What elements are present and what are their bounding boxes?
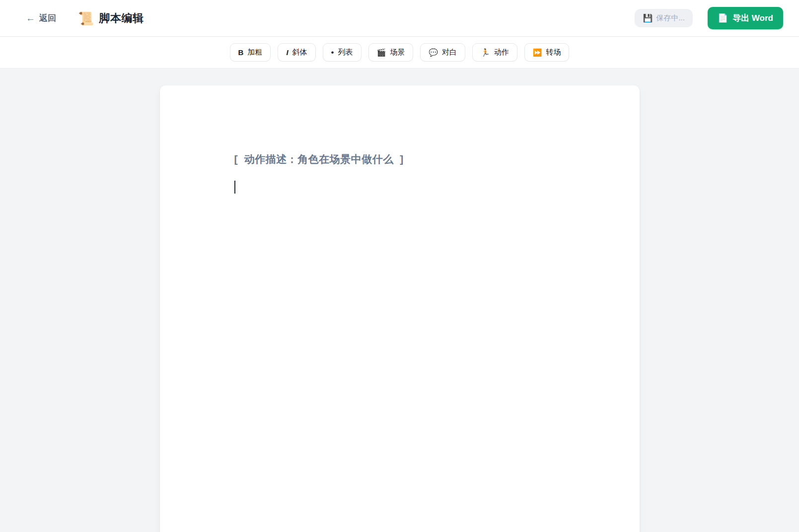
bold-icon: B xyxy=(238,49,244,56)
save-status-button[interactable]: 💾 保存中... xyxy=(635,9,692,27)
page-title: 脚本编辑 xyxy=(99,11,144,26)
back-arrow-icon: ← xyxy=(26,13,35,24)
export-word-button[interactable]: 📄 导出 Word xyxy=(708,7,783,29)
list-label: 列表 xyxy=(338,48,353,57)
header-right: 💾 保存中... 📄 导出 Word xyxy=(635,7,783,29)
formatting-toolbar: B 加粗 I 斜体 • 列表 🎬 场景 💬 对白 🏃 动作 ⏩ 转场 xyxy=(0,37,799,68)
runner-icon: 🏃 xyxy=(481,49,490,56)
editor-area: [ 动作描述：角色在场景中做什么 ] xyxy=(0,68,799,532)
action-button[interactable]: 🏃 动作 xyxy=(472,43,517,62)
dialogue-label: 对白 xyxy=(442,48,457,57)
bullet-icon: • xyxy=(331,48,334,57)
floppy-disk-icon: 💾 xyxy=(643,14,653,22)
header: ← 返回 📜 脚本编辑 💾 保存中... 📄 导出 Word xyxy=(0,0,799,37)
bold-button[interactable]: B 加粗 xyxy=(230,43,271,62)
bold-label: 加粗 xyxy=(247,48,262,57)
italic-button[interactable]: I 斜体 xyxy=(278,43,315,62)
editor-page[interactable]: [ 动作描述：角色在场景中做什么 ] xyxy=(160,85,640,532)
transition-button[interactable]: ⏩ 转场 xyxy=(524,43,570,62)
document-icon: 📄 xyxy=(718,14,728,22)
text-cursor xyxy=(234,181,235,194)
italic-icon: I xyxy=(286,49,288,56)
save-status-label: 保存中... xyxy=(656,13,685,23)
scroll-icon: 📜 xyxy=(78,12,94,25)
speech-bubble-icon: 💬 xyxy=(429,49,438,56)
export-word-label: 导出 Word xyxy=(732,12,773,24)
action-label: 动作 xyxy=(494,48,509,57)
back-label: 返回 xyxy=(39,12,56,24)
clapperboard-icon: 🎬 xyxy=(377,49,386,56)
transition-label: 转场 xyxy=(546,48,561,57)
back-button[interactable]: ← 返回 xyxy=(26,12,56,24)
list-button[interactable]: • 列表 xyxy=(323,43,362,62)
scene-button[interactable]: 🎬 场景 xyxy=(368,43,414,62)
header-left: ← 返回 📜 脚本编辑 xyxy=(26,11,144,26)
fast-forward-icon: ⏩ xyxy=(533,49,542,56)
current-line xyxy=(234,178,565,196)
dialogue-button[interactable]: 💬 对白 xyxy=(420,43,465,62)
italic-label: 斜体 xyxy=(292,48,307,57)
title-group: 📜 脚本编辑 xyxy=(78,11,144,26)
action-placeholder-text: [ 动作描述：角色在场景中做什么 ] xyxy=(234,150,565,168)
scene-label: 场景 xyxy=(390,48,405,57)
